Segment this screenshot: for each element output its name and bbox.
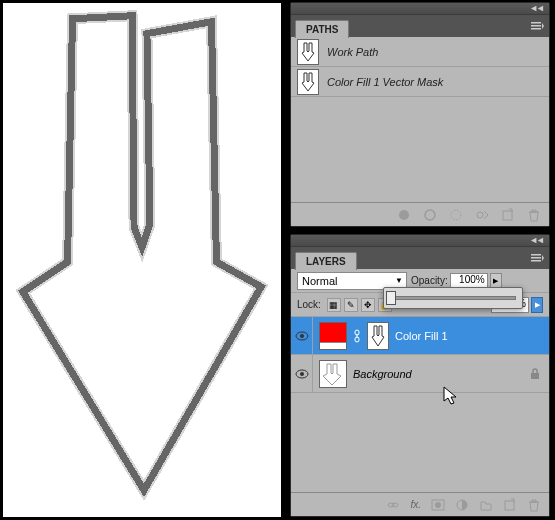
paths-footer <box>291 202 549 226</box>
path-thumbnail <box>297 39 319 65</box>
fx-icon[interactable]: fx. <box>410 499 421 510</box>
svg-point-22 <box>435 502 441 508</box>
collapse-arrows-icon[interactable]: ◄◄ <box>529 3 543 13</box>
svg-rect-24 <box>505 501 514 510</box>
opacity-label: Opacity: <box>411 275 448 286</box>
arrow-path-shape <box>3 3 281 517</box>
tab-paths[interactable]: PATHS <box>295 20 349 38</box>
svg-rect-7 <box>503 211 512 220</box>
path-row-work-path[interactable]: Work Path <box>291 37 549 67</box>
svg-rect-10 <box>531 260 541 262</box>
panel-menu-button[interactable] <box>529 19 545 33</box>
paths-panel: ◄◄ PATHS Work Path Color Fill 1 Vector M… <box>290 2 550 227</box>
chevron-down-icon: ▼ <box>395 276 406 285</box>
panel-menu-button[interactable] <box>529 251 545 265</box>
panel-titlebar[interactable]: ◄◄ <box>291 235 549 247</box>
svg-rect-0 <box>531 22 541 24</box>
eye-icon <box>295 369 309 379</box>
layer-label: Background <box>353 368 412 380</box>
svg-rect-2 <box>531 28 541 30</box>
new-path-icon[interactable] <box>501 208 515 222</box>
link-icon[interactable] <box>353 329 361 343</box>
svg-point-12 <box>300 334 304 338</box>
adjustment-layer-icon[interactable] <box>455 498 469 512</box>
fill-slider-popup[interactable] <box>383 287 523 309</box>
panel-titlebar[interactable]: ◄◄ <box>291 3 549 15</box>
layer-label: Color Fill 1 <box>395 330 448 342</box>
svg-rect-1 <box>531 25 541 27</box>
lock-icon <box>529 368 541 380</box>
lock-pixels-icon[interactable]: ✎ <box>344 298 358 312</box>
svg-rect-18 <box>531 373 539 379</box>
layers-footer: fx. <box>291 492 549 516</box>
selection-from-path-icon[interactable] <box>449 208 463 222</box>
layer-visibility-toggle[interactable] <box>291 355 313 392</box>
new-layer-icon[interactable] <box>503 498 517 512</box>
svg-point-17 <box>300 372 304 376</box>
layer-row-color-fill-1[interactable]: Color Fill 1 <box>291 317 549 355</box>
collapse-arrows-icon[interactable]: ◄◄ <box>529 235 543 245</box>
svg-rect-9 <box>531 257 541 259</box>
layer-thumbnail[interactable] <box>319 322 347 350</box>
path-label: Work Path <box>327 46 378 58</box>
delete-layer-icon[interactable] <box>527 498 541 512</box>
layers-list: Color Fill 1 Background <box>291 317 549 492</box>
stroke-path-icon[interactable] <box>423 208 437 222</box>
lock-label: Lock: <box>297 299 321 310</box>
vector-mask-thumbnail[interactable] <box>367 322 389 350</box>
group-icon[interactable] <box>479 498 493 512</box>
svg-point-5 <box>451 210 461 220</box>
path-label: Color Fill 1 Vector Mask <box>327 76 443 88</box>
layer-visibility-toggle[interactable] <box>291 317 313 354</box>
svg-point-4 <box>425 210 435 220</box>
link-layers-icon[interactable] <box>386 498 400 512</box>
lock-position-icon[interactable]: ✥ <box>361 298 375 312</box>
layers-panel: ◄◄ LAYERS Normal ▼ Opacity: 100% ▶ Lock:… <box>290 234 550 517</box>
svg-point-20 <box>392 503 398 507</box>
layer-row-background[interactable]: Background <box>291 355 549 393</box>
path-row-vector-mask[interactable]: Color Fill 1 Vector Mask <box>291 67 549 97</box>
layer-mask-icon[interactable] <box>431 498 445 512</box>
eye-icon <box>295 331 309 341</box>
fill-slider-track[interactable] <box>390 296 516 300</box>
svg-point-6 <box>477 212 483 218</box>
fill-slider-thumb[interactable] <box>386 291 396 305</box>
tab-layers[interactable]: LAYERS <box>295 252 357 270</box>
fill-slider-toggle[interactable]: ▶ <box>531 297 543 313</box>
blend-mode-value: Normal <box>302 275 337 287</box>
document-canvas[interactable] <box>2 2 282 518</box>
svg-point-3 <box>399 210 409 220</box>
fill-path-icon[interactable] <box>397 208 411 222</box>
layer-thumbnail[interactable] <box>319 360 347 388</box>
path-from-selection-icon[interactable] <box>475 208 489 222</box>
svg-rect-8 <box>531 254 541 256</box>
delete-path-icon[interactable] <box>527 208 541 222</box>
lock-transparency-icon[interactable]: ▦ <box>327 298 341 312</box>
path-thumbnail <box>297 69 319 95</box>
